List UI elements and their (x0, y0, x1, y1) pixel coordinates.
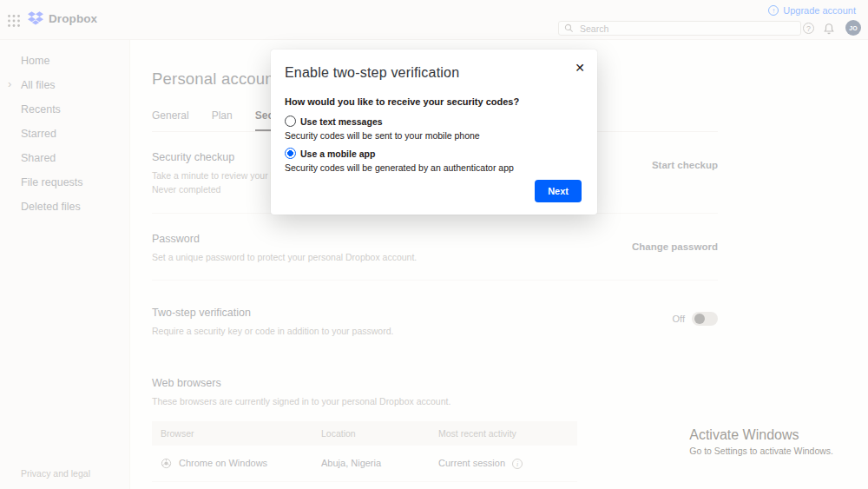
modal-title: Enable two-step verification (285, 65, 582, 81)
option-label[interactable]: Use a mobile app (300, 149, 375, 159)
watermark-line1: Activate Windows (689, 427, 833, 443)
radio-text-messages[interactable] (285, 116, 296, 127)
option-desc: Security codes will be generated by an a… (285, 162, 582, 173)
modal-question: How would you like to receive your secur… (285, 96, 582, 107)
option-text-messages: Use text messages Security codes will be… (285, 116, 582, 141)
two-step-verification-modal: ✕ Enable two-step verification How would… (271, 50, 597, 215)
windows-activation-watermark: Activate Windows Go to Settings to activ… (689, 427, 833, 456)
option-label[interactable]: Use text messages (300, 116, 383, 127)
option-mobile-app: Use a mobile app Security codes will be … (285, 148, 582, 173)
close-icon[interactable]: ✕ (573, 60, 587, 76)
next-button[interactable]: Next (535, 180, 582, 202)
option-desc: Security codes will be sent to your mobi… (285, 130, 582, 141)
radio-mobile-app[interactable] (285, 148, 296, 159)
watermark-line2: Go to Settings to activate Windows. (689, 446, 833, 456)
